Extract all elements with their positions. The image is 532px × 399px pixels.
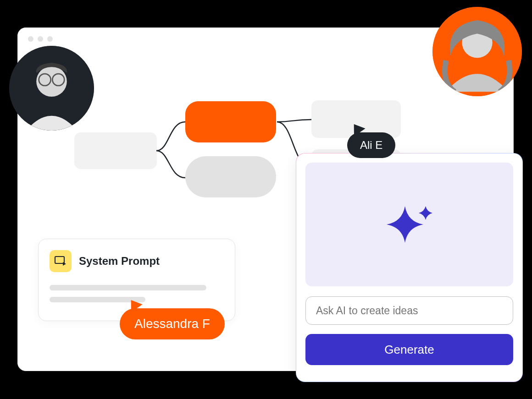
display-play-icon: [50, 250, 72, 272]
window-controls: [28, 36, 53, 42]
sparkle-icon: [382, 197, 437, 252]
mindmap-node-highlighted[interactable]: [185, 101, 276, 142]
mindmap-node-pill[interactable]: [185, 156, 276, 197]
avatar: [432, 7, 522, 96]
ai-preview-area: [305, 163, 513, 286]
window-dot[interactable]: [47, 36, 53, 42]
collaborator-name-badge: Ali E: [347, 132, 395, 158]
ai-prompt-input[interactable]: [305, 296, 513, 325]
collaborator-name-badge: Alessandra F: [120, 308, 225, 339]
system-prompt-title: System Prompt: [79, 255, 160, 268]
svg-point-2: [36, 66, 67, 97]
generate-button[interactable]: Generate: [305, 334, 513, 365]
window-dot[interactable]: [38, 36, 43, 42]
placeholder-line: [50, 285, 206, 290]
collaborator-cursor: Ali E: [347, 123, 395, 158]
window-dot[interactable]: [28, 36, 33, 42]
collaborator-cursor: Alessandra F: [120, 299, 225, 339]
ai-generate-panel: Generate: [296, 153, 523, 382]
avatar: [9, 46, 94, 131]
mindmap-node-root[interactable]: [74, 132, 157, 169]
